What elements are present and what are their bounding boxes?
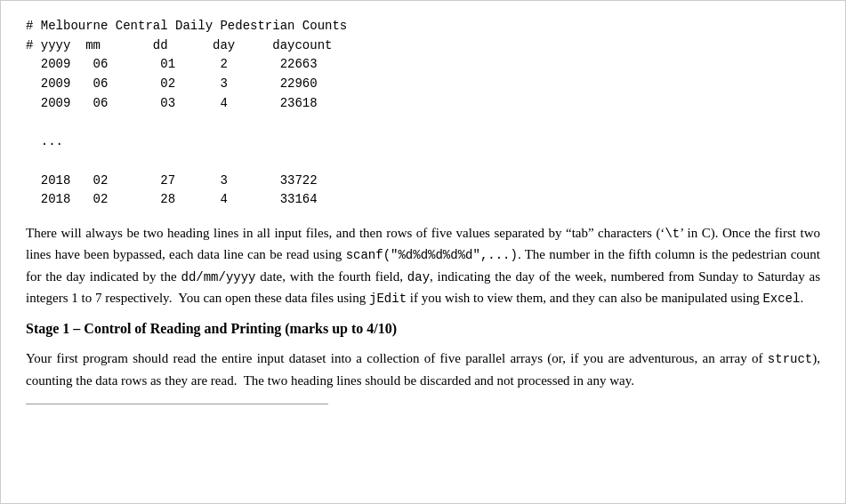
- section-divider: [26, 404, 328, 404]
- page-container: # Melbourne Central Daily Pedestrian Cou…: [0, 0, 846, 504]
- paragraph-1: There will always be two heading lines i…: [26, 222, 820, 309]
- code-block: # Melbourne Central Daily Pedestrian Cou…: [26, 17, 820, 210]
- paragraph-2: Your first program should read the entir…: [26, 348, 820, 390]
- stage-heading: Stage 1 – Control of Reading and Printin…: [26, 321, 820, 337]
